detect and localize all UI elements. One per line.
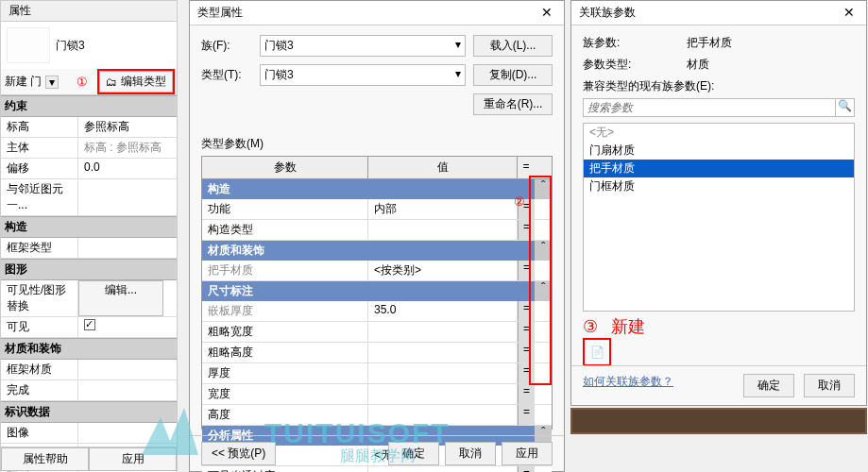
prop-label: 框架材质 [1,360,78,379]
prop-label: 标高 [1,117,78,137]
prop-value[interactable] [78,317,177,337]
param-name: 高度 [202,405,368,425]
prop-value[interactable] [78,238,177,258]
section-material: 材质和装饰 [1,338,177,360]
close-icon[interactable]: ✕ [840,5,859,21]
th-param: 参数 [202,157,368,178]
param-type-value: 材质 [687,57,709,73]
section-name: 构造 [202,179,535,199]
type-properties-dialog: 类型属性 ✕ 族(F): 门锁3▾ 载入(L)... 类型(T): 门锁3▾ 复… [189,0,565,472]
type-params-table: 参数 值 = 构造ˆ功能内部=构造类型=材质和装饰ˆ把手材质<按类别>=尺寸标注… [201,156,553,430]
param-value[interactable] [368,343,518,362]
property-help-button[interactable]: 属性帮助 [1,447,89,471]
type-param-row[interactable]: 高度= [202,405,552,426]
type-param-row[interactable]: 宽度= [202,384,552,405]
param-name: 粗略宽度 [202,322,368,342]
search-box[interactable]: 🔍 [583,98,855,117]
section-identity: 标识数据 [1,401,177,423]
new-label: 新建 门 [5,74,42,90]
param-value[interactable] [368,220,518,240]
param-value[interactable] [368,405,518,425]
type-param-row[interactable]: 粗略高度= [202,343,552,363]
search-input[interactable] [584,99,835,116]
copy-button[interactable]: 复制(D)... [473,64,553,86]
type-section-header[interactable]: 构造ˆ [202,179,552,199]
prop-value[interactable] [78,423,177,443]
type-param-row[interactable]: 把手材质<按类别>= [202,261,552,281]
param-name: 把手材质 [202,261,368,280]
prop-value[interactable] [78,179,177,215]
param-value[interactable]: 内部 [368,199,518,219]
assoc-button[interactable]: = [518,405,535,425]
param-name: 功能 [202,199,368,219]
type-param-row[interactable]: 构造类型= [202,220,552,241]
new-param-button[interactable]: 📄 [583,338,611,366]
type-param-row[interactable]: 粗略宽度= [202,322,552,343]
family-param-value: 把手材质 [687,35,732,51]
param-value[interactable]: 35.0 [368,301,518,321]
type-section-header[interactable]: 材质和装饰ˆ [202,241,552,261]
close-icon[interactable]: ✕ [537,5,556,21]
family-select[interactable]: 门锁3▾ [260,35,466,57]
section-name: 尺寸标注 [202,281,535,301]
section-graphics: 图形 [1,259,177,280]
param-name: 嵌板厚度 [202,301,368,321]
type-value: 门锁3 [264,67,294,83]
list-item[interactable]: 门扇材质 [584,142,854,160]
visible-checkbox[interactable] [84,319,95,330]
ok-button[interactable]: 确定 [743,374,794,397]
edit-type-label: 编辑类型 [121,74,166,90]
rename-button[interactable]: 重命名(R)... [473,93,553,115]
dialog-title: 关联族参数 [579,5,636,21]
list-item[interactable]: 门框材质 [584,177,854,195]
prop-label: 主体 [1,138,78,158]
associate-family-parameter-dialog: 关联族参数 ✕ 族参数:把手材质 参数类型:材质 兼容类型的现有族参数(E): … [570,0,867,406]
family-param-label: 族参数: [583,35,687,51]
apply-button[interactable]: 应用 [89,447,177,471]
preview-button[interactable]: << 预览(P) [201,442,276,465]
list-item[interactable]: 把手材质 [584,160,854,177]
type-param-row[interactable]: 功能内部= [202,199,552,220]
param-list[interactable]: <无>门扇材质把手材质门框材质 [583,123,855,312]
new-label-annotation: 新建 [611,315,645,338]
cancel-button[interactable]: 取消 [445,442,496,465]
edit-type-icon: 🗂 [106,76,117,89]
load-button[interactable]: 载入(L)... [473,35,553,57]
prop-value[interactable]: 0.0 [78,159,177,178]
ok-button[interactable]: 确定 [388,442,439,465]
prop-value[interactable] [78,380,177,400]
cancel-button[interactable]: 取消 [804,374,855,397]
search-icon[interactable]: 🔍 [835,99,854,116]
param-value[interactable] [368,322,518,342]
marker-2: ② [514,194,525,209]
dropdown-icon[interactable]: ▾ [45,76,59,89]
list-item[interactable]: <无> [584,124,854,142]
type-label: 类型(T): [201,67,252,83]
prop-value: 标高 : 参照标高 [78,138,177,158]
prop-value[interactable] [78,360,177,379]
th-value: 值 [368,157,518,178]
compat-label: 兼容类型的现有族参数(E): [583,78,855,94]
chevron-down-icon: ▾ [455,67,461,83]
edit-type-button[interactable]: 🗂 编辑类型 [99,71,173,93]
assoc-button[interactable]: = [518,384,535,404]
property-thumbnail-area: 门锁3 [1,22,177,69]
apply-button[interactable]: 应用 [502,442,553,465]
param-type-label: 参数类型: [583,57,687,73]
chevron-down-icon: ▾ [455,38,461,54]
highlight-box-2 [529,176,552,385]
param-value[interactable]: <按类别> [368,261,518,280]
param-name: 构造类型 [202,220,368,240]
properties-title: 属性 [1,1,177,22]
type-section-header[interactable]: 尺寸标注ˆ [202,281,552,301]
param-value[interactable] [368,384,518,404]
type-select[interactable]: 门锁3▾ [260,64,466,86]
param-name: 宽度 [202,384,368,404]
type-param-row[interactable]: 厚度= [202,363,552,384]
edit-vis-button[interactable]: 编辑... [78,280,163,316]
type-param-row[interactable]: 嵌板厚度35.0= [202,301,552,322]
param-value[interactable] [368,363,518,383]
prop-label: 框架类型 [1,238,78,258]
section-constraint: 约束 [1,95,177,117]
prop-value[interactable]: 参照标高 [78,117,177,137]
